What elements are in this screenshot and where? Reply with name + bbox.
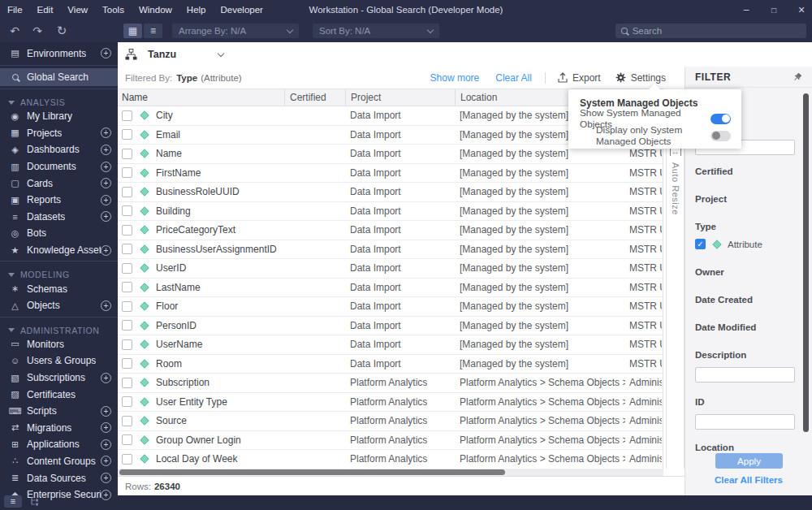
- add-projects-button[interactable]: +: [101, 128, 111, 138]
- table-row-pricecategorytext[interactable]: PriceCategoryTextData Import[Managed by …: [118, 221, 663, 240]
- type-filter-label[interactable]: Type: [695, 222, 716, 231]
- certified-filter-label[interactable]: Certified: [695, 166, 733, 176]
- horizontal-scrollbar[interactable]: [118, 469, 663, 476]
- row-checkbox[interactable]: [122, 187, 132, 197]
- clear-all-link[interactable]: Clear All: [487, 72, 540, 84]
- add-data-sources-button[interactable]: +: [101, 473, 111, 483]
- row-checkbox[interactable]: [122, 167, 132, 178]
- add-environments-button[interactable]: +: [101, 48, 111, 58]
- date-created-filter-label[interactable]: Date Created: [695, 295, 753, 305]
- sidebar-item-scripts[interactable]: ⌨Scripts+: [0, 403, 118, 420]
- id-filter-label[interactable]: ID: [695, 397, 705, 407]
- grid-view-button[interactable]: ▦: [123, 24, 142, 38]
- row-checkbox[interactable]: [122, 358, 132, 369]
- table-row-username[interactable]: UserNameData Import[Managed by the syste…: [118, 335, 663, 355]
- search-box[interactable]: [615, 24, 806, 38]
- add-reports-button[interactable]: +: [101, 195, 111, 205]
- sidebar-item-cards[interactable]: ▢Cards+: [0, 175, 118, 192]
- sidebar-item-bots[interactable]: ◎Bots: [0, 225, 118, 242]
- attribute-checkbox[interactable]: ✓: [695, 239, 706, 249]
- column-header-project[interactable]: Project: [345, 89, 455, 106]
- scrollbar-thumb[interactable]: [803, 93, 809, 432]
- row-checkbox[interactable]: [122, 205, 132, 216]
- table-row-user-entity-type[interactable]: User Entity TypePlatform AnalyticsPlatfo…: [118, 393, 663, 413]
- sidebar-section-analysis[interactable]: ANALYSIS: [0, 92, 118, 108]
- row-checkbox[interactable]: [122, 434, 132, 445]
- menu-edit[interactable]: Edit: [30, 5, 61, 15]
- arrange-by-dropdown[interactable]: Arrange By: N/A: [172, 24, 299, 38]
- menu-window[interactable]: Window: [132, 5, 179, 15]
- add-applications-button[interactable]: +: [101, 439, 111, 450]
- table-row-floor[interactable]: FloorData Import[Managed by the system]M…: [118, 297, 663, 317]
- show-system-managed-toggle[interactable]: [710, 114, 731, 124]
- table-row-room[interactable]: RoomData Import[Managed by the system]MS…: [118, 355, 663, 374]
- sidebar-item-my-library[interactable]: ◉My Library: [0, 108, 118, 125]
- sidebar-item-datasets[interactable]: ≡Datasets+: [0, 209, 118, 226]
- add-cards-button[interactable]: +: [101, 178, 111, 188]
- sidebar-item-documents[interactable]: ▥Documents+: [0, 158, 118, 175]
- sidebar-item-data-sources[interactable]: ≣Data Sources+: [0, 469, 118, 486]
- row-checkbox[interactable]: [122, 149, 132, 159]
- sidebar-item-monitors[interactable]: ▭Monitors: [0, 336, 118, 353]
- table-row-group-owner-login[interactable]: Group Owner LoginPlatform AnalyticsPlatf…: [118, 431, 663, 451]
- row-checkbox[interactable]: [122, 282, 132, 292]
- pin-icon[interactable]: [793, 72, 802, 82]
- sidebar-item-schemas[interactable]: ∗Schemas: [0, 280, 118, 297]
- table-row-personid[interactable]: PersonIDData Import[Managed by the syste…: [118, 317, 663, 336]
- row-checkbox[interactable]: [122, 378, 132, 388]
- sidebar-item-content-groups[interactable]: ∴Content Groups+: [0, 453, 118, 470]
- column-header-certified[interactable]: Certified: [284, 89, 345, 106]
- clear-all-filters-link[interactable]: Clear All Filters: [685, 475, 812, 485]
- environment-chevron-icon[interactable]: [218, 50, 224, 56]
- export-button[interactable]: Export: [551, 72, 608, 84]
- sidebar-item-users-groups[interactable]: ☺Users & Groups: [0, 352, 118, 370]
- column-header-name[interactable]: Name: [118, 89, 284, 106]
- maximize-button[interactable]: □: [768, 6, 780, 15]
- sidebar-item-migrations[interactable]: ⇄Migrations+: [0, 420, 118, 437]
- owner-filter-label[interactable]: Owner: [695, 267, 724, 277]
- table-row-userid[interactable]: UserIDData Import[Managed by the system]…: [118, 259, 663, 279]
- menu-view[interactable]: View: [60, 5, 95, 15]
- settings-button[interactable]: Settings: [608, 72, 673, 84]
- table-row-source[interactable]: SourcePlatform AnalyticsPlatform Analyti…: [118, 412, 663, 431]
- row-checkbox[interactable]: [122, 244, 132, 254]
- table-row-lastname[interactable]: LastNameData Import[Managed by the syste…: [118, 279, 663, 298]
- sidebar-section-administration[interactable]: ADMINISTRATION: [0, 320, 118, 336]
- table-row-businessroleuuid[interactable]: BusinessRoleUUIDData Import[Managed by t…: [118, 183, 663, 202]
- sidebar-item-certificates[interactable]: ▨Certificates: [0, 386, 118, 403]
- sidebar-item-global-search[interactable]: Global Search: [0, 68, 118, 86]
- undo-icon[interactable]: ↶: [6, 19, 23, 42]
- scrollbar-thumb[interactable]: [119, 469, 505, 475]
- menu-file[interactable]: File: [0, 5, 30, 15]
- add-subscriptions-button[interactable]: +: [101, 373, 111, 383]
- table-row-building[interactable]: BuildingData Import[Managed by the syste…: [118, 202, 663, 222]
- menu-tools[interactable]: Tools: [95, 5, 132, 15]
- redo-icon[interactable]: ↷: [29, 19, 45, 42]
- close-button[interactable]: ×: [796, 3, 807, 16]
- table-row-local-day-of-week[interactable]: Local Day of WeekPlatform AnalyticsPlatf…: [118, 450, 663, 469]
- row-checkbox[interactable]: [122, 416, 132, 426]
- display-only-system-managed-toggle[interactable]: [710, 131, 731, 141]
- add-documents-button[interactable]: +: [101, 162, 111, 172]
- row-checkbox[interactable]: [122, 110, 132, 121]
- add-dashboards-button[interactable]: +: [101, 145, 111, 155]
- date-modified-filter-label[interactable]: Date Modified: [695, 322, 756, 332]
- row-checkbox[interactable]: [122, 129, 132, 140]
- row-checkbox[interactable]: [122, 225, 132, 236]
- menu-help[interactable]: Help: [179, 5, 214, 15]
- add-migrations-button[interactable]: +: [101, 422, 111, 433]
- add-objects-button[interactable]: +: [101, 300, 111, 311]
- sidebar-item-knowledge-assets[interactable]: ★Knowledge Assets+: [0, 242, 118, 259]
- row-checkbox[interactable]: [122, 396, 132, 407]
- sidebar-item-applications[interactable]: ⊞Applications+: [0, 436, 118, 453]
- row-checkbox[interactable]: [122, 263, 132, 274]
- sidebar-item-subscriptions[interactable]: ▧Subscriptions+: [0, 370, 118, 387]
- add-datasets-button[interactable]: +: [101, 211, 111, 222]
- environment-name[interactable]: Tanzu: [148, 49, 176, 60]
- project-filter-label[interactable]: Project: [695, 194, 727, 204]
- sidebar-section-modeling[interactable]: MODELING: [0, 264, 118, 280]
- table-row-businessuserassignmentid[interactable]: BusinessUserAssignmentIDData Import[Mana…: [118, 240, 663, 260]
- row-checkbox[interactable]: [122, 301, 132, 312]
- sidebar-item-projects[interactable]: ▦Projects+: [0, 125, 118, 142]
- list-view-button[interactable]: ≡: [144, 24, 162, 38]
